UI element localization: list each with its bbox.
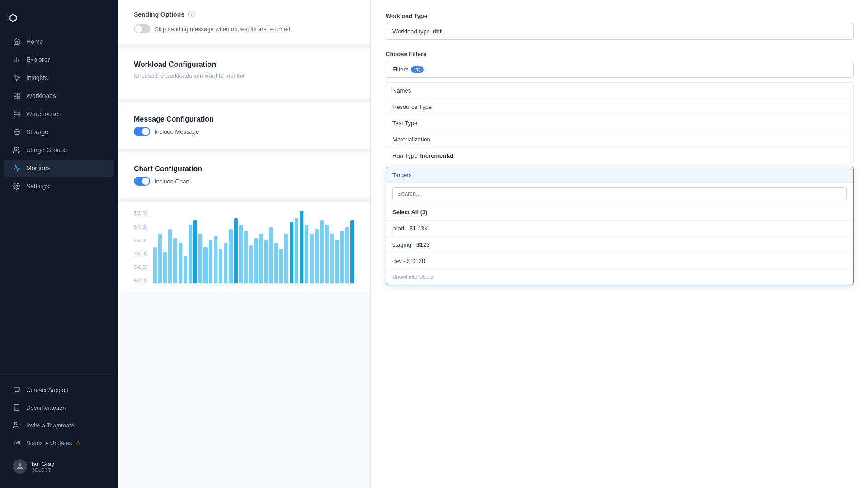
filter-option-test-type[interactable]: Test Type — [386, 115, 853, 131]
svg-point-3 — [15, 76, 19, 80]
svg-point-18 — [14, 147, 17, 150]
chart-bar — [269, 227, 273, 283]
chart-y-label-3: $60.00 — [134, 238, 148, 243]
chart-include-row: Include Chart — [134, 177, 354, 186]
sidebar-logo: ⬡ — [0, 7, 118, 33]
targets-search — [386, 183, 853, 204]
chart-bar — [350, 220, 354, 283]
message-include-row: Include Message — [134, 127, 354, 136]
chart-bar — [184, 256, 187, 283]
filter-option-materialization[interactable]: Materialization — [386, 131, 853, 148]
run-type-key: Run Type — [392, 152, 417, 159]
sidebar-item-label-contact-support: Contact Support — [26, 387, 69, 394]
sidebar-item-label-workloads: Workloads — [26, 92, 56, 99]
sidebar-item-label-invite-teammate: Invite a Teammate — [26, 422, 74, 429]
chart-bar — [264, 240, 268, 283]
filter-dropdown: Names Resource Type Test Type Materializ… — [386, 82, 854, 164]
filter-count-badge: (1) — [411, 66, 423, 73]
svg-point-19 — [16, 185, 18, 187]
svg-rect-13 — [17, 93, 19, 95]
sidebar-item-label-storage: Storage — [26, 128, 48, 136]
filter-option-resource-type[interactable]: Resource Type — [386, 99, 853, 115]
chart-bar — [325, 225, 329, 283]
sidebar-bottom: Contact Support Documentation Invite a T… — [0, 375, 118, 452]
user-plus-icon — [13, 421, 21, 429]
chart-bar — [244, 231, 248, 283]
chart-y-label-1: $80.00 — [134, 211, 148, 216]
chart-bar — [214, 236, 217, 283]
chart-bar — [310, 234, 313, 283]
sending-options-toggle-label: Skip sending message when no results are… — [155, 26, 290, 33]
message-include-toggle[interactable] — [134, 127, 150, 136]
filter-option-run-type[interactable]: Run Type Incremental — [386, 148, 853, 164]
sidebar-item-status-updates[interactable]: Status & Updates ⚠ — [4, 434, 114, 451]
sidebar-item-label-status-updates: Status & Updates ⚠ — [26, 440, 81, 446]
chart-bars — [153, 211, 354, 283]
chart-include-label: Include Chart — [155, 178, 189, 185]
chart-bar — [153, 247, 157, 283]
targets-header[interactable]: Targets — [386, 167, 853, 183]
main-content: Sending Options i Skip sending message w… — [118, 0, 868, 488]
sending-options-title: Sending Options — [134, 11, 184, 18]
sidebar-item-invite-teammate[interactable]: Invite a Teammate — [4, 417, 114, 434]
chart-bar — [179, 243, 182, 283]
svg-rect-12 — [14, 93, 16, 95]
targets-search-input[interactable] — [392, 187, 847, 200]
chart-bar — [203, 247, 207, 283]
workload-config-title: Workload Configuration — [134, 61, 354, 69]
target-option-dev[interactable]: dev - $12.30 — [386, 253, 853, 269]
chart-bar — [209, 240, 212, 283]
sidebar-item-usage-groups[interactable]: Usage Groups — [4, 141, 114, 159]
svg-line-11 — [19, 75, 19, 76]
activity-icon — [13, 164, 21, 172]
chart-bar — [254, 238, 258, 283]
chart-bar — [335, 240, 339, 283]
sidebar-item-documentation[interactable]: Documentation — [4, 399, 114, 416]
run-type-value: Incremental — [420, 152, 453, 159]
message-include-label: Include Message — [155, 128, 199, 135]
chart-bar — [340, 231, 344, 283]
chart-bar — [295, 218, 298, 283]
chart-include-toggle[interactable] — [134, 177, 150, 186]
chart-bar — [315, 229, 319, 283]
chart-bar — [300, 211, 303, 283]
message-circle-icon — [13, 386, 21, 394]
chart-config-section: Chart Configuration Include Chart — [118, 152, 370, 202]
sidebar-item-warehouses[interactable]: Warehouses — [4, 105, 114, 122]
sending-options-toggle[interactable] — [134, 24, 150, 33]
filters-box[interactable]: Filters (1) — [386, 61, 854, 78]
chart-y-label-5: $40.00 — [134, 265, 148, 270]
target-option-staging[interactable]: staging - $123 — [386, 237, 853, 253]
sending-options-info-icon[interactable]: i — [188, 11, 195, 18]
workload-type-value: dbt — [433, 28, 442, 35]
chart-bar — [249, 245, 253, 283]
sidebar-item-label-usage-groups: Usage Groups — [26, 146, 67, 154]
chart-bar — [279, 249, 283, 283]
chart-bar — [168, 229, 172, 283]
chart-bar — [330, 234, 334, 283]
sidebar-item-settings[interactable]: Settings — [4, 178, 114, 195]
workload-type-box[interactable]: Workload type dbt — [386, 23, 854, 40]
chart-y-label-2: $70.00 — [134, 225, 148, 230]
sending-options-section: Sending Options i Skip sending message w… — [118, 0, 370, 48]
chart-bar — [259, 234, 263, 283]
sidebar-item-contact-support[interactable]: Contact Support — [4, 381, 114, 399]
sidebar-item-insights[interactable]: Insights — [4, 69, 114, 86]
sidebar-item-home[interactable]: Home — [4, 33, 114, 50]
target-option-prod[interactable]: prod - $1.23K — [386, 221, 853, 237]
chart-bar — [158, 234, 162, 283]
svg-line-6 — [14, 75, 15, 76]
target-option-snowflake-users[interactable]: Snowflake Users — [386, 269, 853, 285]
sidebar-item-workloads[interactable]: Workloads — [4, 87, 114, 104]
workload-type-label: Workload Type — [386, 13, 854, 19]
filter-option-names[interactable]: Names — [386, 83, 853, 99]
chart-preview-section: $80.00 $70.00 $60.00 $50.00 $40.00 $30.0… — [118, 202, 370, 292]
message-config-section: Message Configuration Include Message — [118, 103, 370, 152]
sidebar-item-explorer[interactable]: Explorer — [4, 51, 114, 68]
sidebar-item-monitors[interactable]: Monitors — [4, 160, 114, 177]
form-panel: Sending Options i Skip sending message w… — [118, 0, 371, 488]
target-option-select-all[interactable]: Select All (3) — [386, 204, 853, 221]
home-icon — [13, 38, 21, 46]
user-section[interactable]: Ian Gray SELECT — [4, 454, 114, 479]
sidebar-item-storage[interactable]: Storage — [4, 123, 114, 141]
